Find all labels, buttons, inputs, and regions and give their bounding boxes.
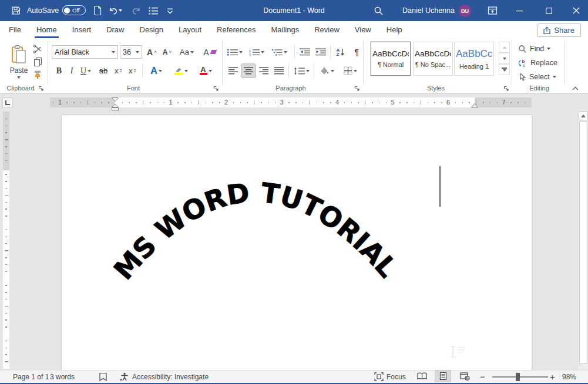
styles-gallery-more-button[interactable] [499,64,510,75]
font-size-select[interactable]: 36 [120,45,142,59]
tab-stop-selector[interactable] [2,97,13,108]
font-name-select[interactable]: Arial Black [52,45,118,59]
undo-button[interactable] [107,5,123,16]
page[interactable] [62,115,532,370]
strikethrough-button[interactable]: ab [96,64,111,78]
align-right-button[interactable] [257,64,271,78]
scroll-up-button[interactable] [579,112,588,120]
decrease-indent-button[interactable] [297,45,313,59]
minimize-button[interactable] [508,0,530,21]
replace-button[interactable]: bc Replace [518,57,557,69]
font-name-dropdown-icon [112,51,115,53]
increase-indent-button[interactable] [313,45,328,59]
multilevel-list-button[interactable] [269,45,290,59]
autosave-toggle[interactable]: Off [62,5,86,15]
subscript-button[interactable]: x2 [112,64,125,78]
tab-home[interactable]: Home [36,21,57,38]
close-button[interactable] [565,0,587,21]
text-effects-button[interactable]: A [146,64,167,78]
zoom-level[interactable]: 98% [562,370,576,383]
read-mode-button[interactable] [414,370,429,382]
cut-button[interactable] [31,43,45,55]
change-case-button[interactable]: Aa [177,45,197,59]
print-layout-button[interactable] [435,370,451,382]
word-count[interactable]: 3 words [50,370,75,383]
tab-mailings[interactable]: Mailings [271,21,300,38]
new-document-button[interactable] [92,5,103,16]
paste-button[interactable]: Paste [6,41,32,82]
find-button[interactable]: Find [518,43,550,55]
ruler-tick [5,257,7,258]
avatar[interactable]: DU [459,5,471,17]
italic-button[interactable]: I [66,64,77,78]
right-indent-marker[interactable] [471,103,478,108]
clear-formatting-button[interactable]: A [201,45,218,59]
search-button[interactable] [372,5,384,16]
web-layout-button[interactable] [457,370,472,382]
vertical-scrollbar[interactable] [577,112,588,370]
save-button[interactable] [11,5,21,16]
tab-references[interactable]: References [217,21,256,38]
superscript-button[interactable]: x2 [126,64,139,78]
shrink-font-button[interactable]: A˅ [160,45,174,59]
ruler-tick [399,102,401,103]
quick-access-list-button[interactable] [148,6,159,15]
hanging-indent-marker[interactable] [112,104,119,111]
style-normal[interactable]: AaBbCcDc ¶ Normal [371,42,411,76]
align-center-button[interactable] [241,64,256,78]
tab-draw[interactable]: Draw [106,21,124,38]
tab-view[interactable]: View [355,21,371,38]
styles-scroll-up-button[interactable] [499,42,510,53]
zoom-out-button[interactable]: − [480,370,485,383]
zoom-slider-track[interactable] [492,376,548,378]
styles-scroll-down-button[interactable] [499,53,510,64]
align-left-button[interactable] [226,64,240,78]
tab-layout[interactable]: Layout [179,21,201,38]
format-painter-button[interactable] [31,69,45,80]
zoom-in-button[interactable]: + [550,370,555,383]
tab-insert[interactable]: Insert [72,21,92,38]
line-spacing-button[interactable] [291,64,311,78]
tab-help[interactable]: Help [387,21,402,38]
accessibility-status[interactable]: Accessibility: Investigate [119,370,209,383]
numbering-button[interactable]: 123 [247,45,266,59]
proofing-button[interactable] [99,370,107,383]
grow-font-button[interactable]: A˄ [145,45,159,59]
scrollbar-thumb[interactable] [579,122,587,364]
zoom-slider[interactable] [492,370,548,383]
sort-button[interactable]: AZ [332,45,349,59]
borders-button[interactable] [340,64,361,78]
triangle-up-icon [581,114,586,117]
focus-button[interactable]: Focus [374,370,406,383]
copy-button[interactable] [31,56,45,68]
redo-button[interactable] [130,5,141,16]
underline-button[interactable]: U [78,64,94,78]
ruler-tick [5,146,7,147]
styles-dialog-launcher[interactable] [503,85,510,92]
bold-button[interactable]: B [53,64,65,78]
tab-design[interactable]: Design [140,21,163,38]
ribbon-display-options-button[interactable] [486,5,498,16]
page-indicator[interactable]: Page 1 of 1 [13,370,49,383]
font-color-button[interactable]: A [195,64,216,78]
font-dialog-launcher[interactable] [213,85,220,92]
highlight-color-button[interactable] [169,64,193,78]
customize-quick-access-button[interactable] [166,8,174,15]
justify-button[interactable] [272,64,286,78]
zoom-slider-thumb[interactable] [516,373,520,381]
style-heading-1[interactable]: AaBbCc Heading 1 [454,42,494,76]
tab-file[interactable]: File [9,21,21,38]
shading-button[interactable] [316,64,337,78]
user-name[interactable]: Daniel Uchenna [402,0,455,21]
paragraph-dialog-launcher[interactable] [354,85,361,92]
maximize-button[interactable] [537,0,560,21]
style-no-spacing[interactable]: AaBbCcDc ¶ No Spac... [413,42,453,76]
bullets-button[interactable] [226,45,244,59]
clipboard-dialog-launcher[interactable] [38,85,45,92]
first-line-indent-marker[interactable] [112,97,119,102]
select-button[interactable]: Select [518,71,556,83]
tab-review[interactable]: Review [314,21,340,38]
show-formatting-button[interactable]: ¶ [350,45,363,59]
share-button[interactable]: Share [537,23,581,37]
collapse-ribbon-button[interactable] [570,84,580,92]
